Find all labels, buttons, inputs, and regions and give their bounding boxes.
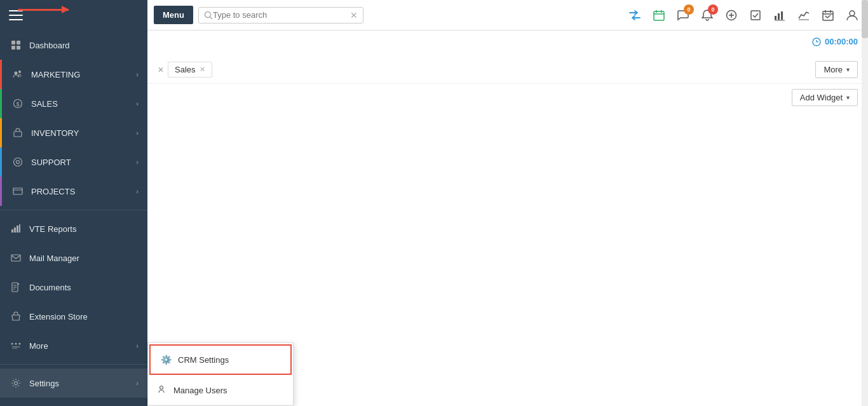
search-clear-icon[interactable]: ✕ [350,10,358,20]
mail-manager-label: Mail Manager [29,254,139,263]
support-chevron: › [136,158,139,166]
support-icon [11,155,25,169]
projects-chevron: › [136,187,139,195]
sidebar-item-mail-manager[interactable]: Mail Manager [0,243,147,273]
settings-chevron: › [136,379,139,387]
add-widget-caret: ▾ [846,94,850,101]
shuffle-icon[interactable] [625,6,644,25]
dashboard-icon [9,38,23,52]
more-label: More [29,341,136,351]
sidebar-item-vte-reports[interactable]: VTE Reports [0,214,147,243]
sidebar-item-inventory[interactable]: INVENTORY › [0,118,147,147]
sidebar-item-extension-store[interactable]: Extension Store [0,302,147,331]
svg-rect-14 [14,227,16,233]
search-icon [204,11,213,20]
more-dropdown-caret: ▾ [846,66,850,73]
svg-rect-16 [19,224,20,233]
svg-point-29 [205,11,210,17]
sidebar-header [0,0,147,30]
mail-icon [9,251,23,265]
notifications-icon[interactable]: 0 [698,6,717,25]
extension-store-label: Extension Store [29,312,139,321]
tasks-icon[interactable] [746,6,765,25]
chat-icon[interactable]: 0 [674,6,693,25]
svg-point-22 [11,343,13,345]
svg-rect-13 [11,229,13,233]
svg-rect-38 [751,11,760,20]
sidebar-item-projects[interactable]: PROJECTS › [0,177,147,206]
scrollbar-track [862,0,868,406]
sidebar-item-settings[interactable]: Settings › [0,369,147,398]
timer-display: 00:00:00 [825,37,858,46]
svg-rect-31 [654,11,664,20]
sidebar-divider-2 [0,364,147,365]
add-widget-label: Add Widget [800,93,843,102]
vte-reports-icon [9,222,23,236]
widget-toolbar: Add Widget ▾ [147,84,868,111]
svg-rect-1 [17,41,20,44]
svg-rect-8 [14,132,22,137]
sidebar: Dashboard MARKETING › [0,0,147,406]
schedule-icon[interactable] [818,6,837,25]
svg-point-24 [19,343,21,345]
svg-rect-3 [17,46,20,50]
documents-label: Documents [29,283,139,292]
add-widget-button[interactable]: Add Widget ▾ [792,89,858,106]
svg-text:$: $ [16,101,19,107]
more-dropdown-button[interactable]: More ▾ [815,61,858,78]
vte-reports-label: VTE Reports [29,224,139,234]
top-bar-right: 0 0 [625,6,862,25]
inventory-icon [11,126,25,140]
search-bar: ✕ [198,7,363,24]
settings-icon [9,376,23,390]
documents-icon [9,280,23,294]
more-chevron: › [136,342,139,349]
reports-bar-icon[interactable] [770,6,789,25]
timer-bar: 00:00:00 [812,37,858,46]
marketing-icon [11,67,25,81]
tab-close-x[interactable]: ✕ [158,65,164,74]
scrollbar-thumb[interactable] [862,0,868,38]
sidebar-nav: Dashboard MARKETING › [0,30,147,406]
svg-rect-0 [11,41,15,44]
marketing-chevron: › [136,71,139,78]
sidebar-divider-1 [0,210,147,210]
timer-icon [812,37,821,46]
tab-sales-label: Sales [175,65,196,74]
chat-badge: 0 [684,4,694,15]
add-icon[interactable] [722,6,741,25]
support-label: SUPPORT [31,158,136,167]
more-dropdown-label: More [824,65,843,74]
hamburger-icon[interactable] [9,10,23,20]
sidebar-item-support[interactable]: SUPPORT › [0,147,147,177]
svg-point-27 [15,382,18,385]
extension-store-icon [9,309,23,323]
sidebar-item-documents[interactable]: Documents [0,273,147,302]
sidebar-item-dashboard[interactable]: Dashboard [0,30,147,60]
svg-rect-39 [775,16,776,20]
svg-point-4 [15,72,18,75]
sidebar-item-sales[interactable]: $ SALES › [0,89,147,118]
svg-rect-15 [17,226,18,233]
tabs-row: ✕ Sales ✕ More ▾ [147,56,868,84]
svg-rect-40 [778,13,780,20]
sidebar-item-marketing[interactable]: MARKETING › [0,60,147,89]
svg-point-23 [15,343,17,345]
sales-label: SALES [31,99,136,109]
search-input[interactable] [213,10,350,20]
projects-icon [11,184,25,198]
sales-icon: $ [11,97,25,111]
marketing-label: MARKETING [31,70,136,79]
settings-label: Settings [29,379,136,388]
tab-sales-close[interactable]: ✕ [200,65,205,74]
reports-line-icon[interactable] [794,6,813,25]
calendar-icon[interactable] [649,6,668,25]
menu-button[interactable]: Menu [154,6,193,24]
sidebar-item-more[interactable]: More › [0,331,147,360]
svg-rect-2 [11,46,15,50]
user-avatar[interactable] [843,6,862,25]
tab-sales[interactable]: Sales ✕ [168,62,212,78]
sales-chevron: › [136,100,139,107]
svg-rect-44 [823,11,833,20]
svg-rect-11 [13,188,22,194]
